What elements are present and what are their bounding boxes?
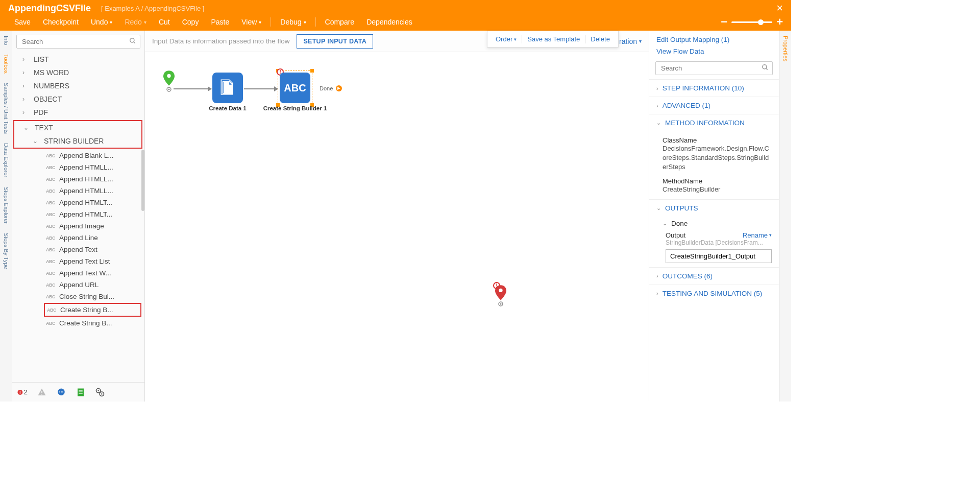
tree-leaf[interactable]: ABCCreate String B... xyxy=(12,317,144,329)
chevron-down-icon: ⌄ xyxy=(656,205,661,211)
tree-leaf-create-string-builder[interactable]: ABCCreate String B... xyxy=(45,304,140,316)
tree-leaf[interactable]: ABCAppend URL xyxy=(12,279,144,291)
tree-group-object[interactable]: ›OBJECT xyxy=(12,92,144,106)
error-count-icon[interactable]: 2 xyxy=(17,387,28,397)
chevron-down-icon: ▾ xyxy=(304,19,306,25)
tree-leaf[interactable]: ABCClose String Bui... xyxy=(12,291,144,302)
chevron-down-icon: ▾ xyxy=(259,19,261,25)
tree-group-string-builder[interactable]: ⌄STRING BUILDER xyxy=(14,134,141,148)
tree-leaf[interactable]: ABCAppend Image xyxy=(12,220,144,232)
section-step-information[interactable]: ›STEP INFORMATION (10) xyxy=(649,79,779,97)
tab-steps-explorer[interactable]: Steps Explorer xyxy=(2,186,10,225)
zoom-out-button[interactable]: − xyxy=(721,15,727,29)
debug-button[interactable]: Debug▾ xyxy=(274,15,312,29)
svg-point-18 xyxy=(101,393,103,395)
context-menu: Order▾ Save as Template Delete xyxy=(487,31,619,48)
output-label: Output xyxy=(666,231,685,239)
tree-leaf[interactable]: ABCAppend HTMLL... xyxy=(12,173,144,185)
paste-button[interactable]: Paste xyxy=(205,15,235,29)
tree-group-list[interactable]: ›LIST xyxy=(12,53,144,66)
warning-icon[interactable] xyxy=(37,387,47,397)
chevron-down-icon: ▾ xyxy=(769,232,772,238)
outputs-done-group[interactable]: ⌄Done xyxy=(649,217,779,229)
view-button[interactable]: View▾ xyxy=(235,15,267,29)
abc-icon: ABC xyxy=(46,212,55,217)
svg-rect-5 xyxy=(41,391,42,393)
section-outputs[interactable]: ⌄OUTPUTS xyxy=(649,199,779,217)
ctx-delete-button[interactable]: Delete xyxy=(586,33,614,45)
scrollbar[interactable] xyxy=(141,150,144,211)
undo-button[interactable]: Undo▾ xyxy=(85,15,118,29)
methodname-value: CreateStringBuilder xyxy=(663,185,772,194)
abc-icon: ABC xyxy=(46,294,55,299)
document-icon[interactable] xyxy=(76,387,86,397)
end-step[interactable] xyxy=(495,285,506,302)
cut-button[interactable]: Cut xyxy=(153,15,176,29)
tree-group-text[interactable]: ⌄TEXT xyxy=(14,121,141,134)
dependencies-button[interactable]: Dependencies xyxy=(360,15,419,29)
done-outcome-icon[interactable] xyxy=(336,85,342,91)
rename-link[interactable]: Rename▾ xyxy=(743,231,772,239)
tab-steps-by-type[interactable]: Steps By Type xyxy=(2,232,10,270)
tree-leaf[interactable]: ABCAppend HTMLL... xyxy=(12,185,144,197)
tab-properties[interactable]: Properties xyxy=(781,35,790,62)
svg-rect-12 xyxy=(79,390,83,390)
left-rail: Info Toolbox Samples / Unit Tests Data E… xyxy=(0,31,12,402)
save-button[interactable]: Save xyxy=(8,15,37,29)
tree-leaf[interactable]: ABCAppend Line xyxy=(12,232,144,244)
toolbox-search-input[interactable] xyxy=(16,35,140,49)
tree-leaf[interactable]: ABCAppend HTMLT... xyxy=(12,208,144,220)
redo-button[interactable]: Redo▾ xyxy=(118,15,152,29)
section-method-information[interactable]: ⌄METHOD INFORMATION xyxy=(649,114,779,131)
chevron-right-icon: › xyxy=(656,290,658,296)
tree-leaf[interactable]: ABCAppend Blank L... xyxy=(12,150,144,161)
chat-icon[interactable] xyxy=(56,387,66,397)
section-testing[interactable]: ›TESTING AND SIMULATION (5) xyxy=(649,285,779,302)
tree-group-numbers[interactable]: ›NUMBERS xyxy=(12,79,144,92)
create-data-step[interactable]: Create Data 1 xyxy=(212,73,243,103)
chevron-right-icon: › xyxy=(22,96,29,103)
chevron-right-icon: › xyxy=(656,103,658,109)
tab-toolbox[interactable]: Toolbox xyxy=(2,53,10,75)
copy-button[interactable]: Copy xyxy=(176,15,205,29)
tree-group-pdf[interactable]: ›PDF xyxy=(12,106,144,119)
page-title: AppendingCSVFile xyxy=(8,3,91,14)
output-name-input[interactable] xyxy=(666,249,772,263)
edit-output-mapping-link[interactable]: Edit Output Mapping (1) xyxy=(649,34,779,45)
chevron-down-icon: ⌄ xyxy=(23,124,30,131)
chevron-right-icon: › xyxy=(22,56,29,63)
zoom-in-button[interactable]: + xyxy=(776,15,783,29)
properties-panel: Edit Output Mapping (1) View Flow Data ›… xyxy=(649,31,779,402)
view-flow-data-link[interactable]: View Flow Data xyxy=(649,45,779,57)
chevron-down-icon: ⌄ xyxy=(656,120,661,126)
input-data-hint: Input Data is information passed into th… xyxy=(152,37,289,45)
zoom-slider[interactable] xyxy=(731,21,772,23)
section-advanced[interactable]: ›ADVANCED (1) xyxy=(649,97,779,114)
checkpoint-button[interactable]: Checkpoint xyxy=(37,15,85,29)
ctx-order-button[interactable]: Order▾ xyxy=(492,33,521,45)
tree-leaf[interactable]: ABCAppend Text xyxy=(12,244,144,255)
tree-leaf[interactable]: ABCAppend Text W... xyxy=(12,267,144,279)
svg-point-8 xyxy=(59,391,60,392)
section-outcomes[interactable]: ›OUTCOMES (6) xyxy=(649,267,779,285)
properties-search-input[interactable] xyxy=(655,61,773,75)
tab-samples[interactable]: Samples / Unit Tests xyxy=(2,82,10,135)
start-step[interactable] xyxy=(163,70,175,87)
create-string-builder-step[interactable]: ABC Create String Builder 1 xyxy=(280,73,310,103)
tree-leaf[interactable]: ABCAppend HTMLT... xyxy=(12,197,144,208)
gear-icon[interactable] xyxy=(95,387,105,397)
tree-group-msword[interactable]: ›MS WORD xyxy=(12,66,144,79)
tab-data-explorer[interactable]: Data Explorer xyxy=(2,142,10,178)
tree-leaf[interactable]: ABCAppend Text List xyxy=(12,255,144,267)
abc-icon: ABC xyxy=(46,165,55,170)
tab-info[interactable]: Info xyxy=(2,35,10,46)
toolbox-panel: ›LIST ›MS WORD ›NUMBERS ›OBJECT ›PDF ⌄TE… xyxy=(12,31,145,402)
compare-button[interactable]: Compare xyxy=(319,15,361,29)
svg-rect-4 xyxy=(20,393,20,393)
tree-leaf[interactable]: ABCAppend HTMLL... xyxy=(12,161,144,173)
chevron-right-icon: › xyxy=(656,85,658,91)
setup-input-data-button[interactable]: SETUP INPUT DATA xyxy=(297,34,373,49)
ctx-save-template-button[interactable]: Save as Template xyxy=(523,33,584,45)
flow-canvas[interactable]: Create Data 1 ! ABC Create String Builde… xyxy=(145,52,649,402)
svg-rect-3 xyxy=(20,390,20,392)
